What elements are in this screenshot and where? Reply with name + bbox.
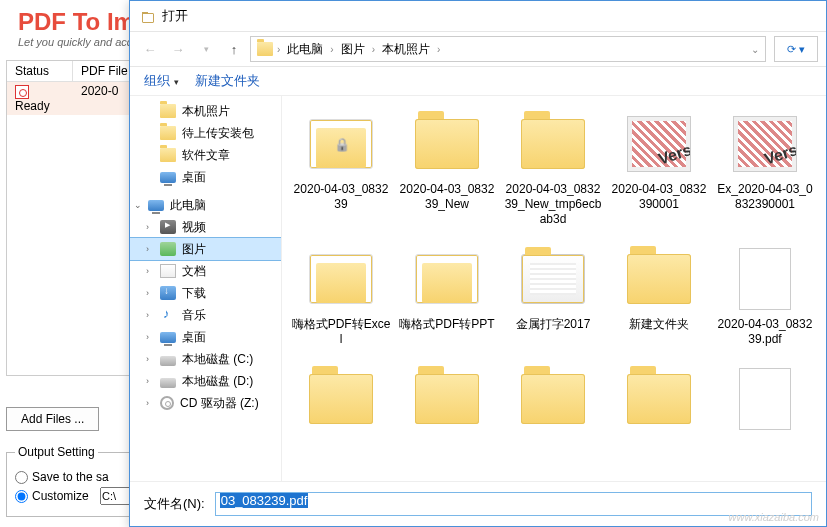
output-path[interactable]: [100, 487, 130, 505]
chevron-right-icon[interactable]: ›: [146, 288, 149, 298]
tree-item[interactable]: ›本地磁盘 (D:): [130, 370, 281, 392]
file-thumbnail: [305, 112, 377, 176]
dialog-command-bar: 组织 新建文件夹: [130, 67, 826, 96]
file-name: 2020-04-03_083239_New: [397, 182, 497, 212]
monitor-icon: [160, 172, 176, 183]
file-item[interactable]: [288, 367, 394, 437]
filename-input[interactable]: 03_083239.pdf: [215, 492, 812, 516]
tree-item[interactable]: ›桌面: [130, 326, 281, 348]
chevron-right-icon[interactable]: ›: [146, 244, 149, 254]
file-thumbnail: [305, 367, 377, 431]
chevron-down-icon[interactable]: ⌄: [751, 44, 759, 55]
organize-menu[interactable]: 组织: [144, 72, 179, 90]
file-thumbnail: Versi: [729, 112, 801, 176]
chevron-down-icon[interactable]: ⌄: [134, 200, 142, 210]
tree-item[interactable]: ›CD 驱动器 (Z:): [130, 392, 281, 414]
chevron-right-icon: ›: [330, 44, 333, 55]
file-thumbnail: [411, 367, 483, 431]
folder-icon: [160, 148, 176, 162]
file-item[interactable]: 2020-04-03_083239_New: [394, 112, 500, 227]
chevron-right-icon[interactable]: ›: [146, 332, 149, 342]
file-name: 新建文件夹: [629, 317, 689, 332]
file-item[interactable]: [500, 367, 606, 437]
file-thumbnail: [729, 247, 801, 311]
refresh-button[interactable]: ⟳ ▾: [774, 36, 818, 62]
down-icon: [160, 286, 176, 300]
file-thumbnail: [623, 247, 695, 311]
tree-item[interactable]: 待上传安装包: [130, 122, 281, 144]
file-item[interactable]: 2020-04-03_083239_New_tmp6ecbab3d: [500, 112, 606, 227]
file-thumbnail: [517, 247, 589, 311]
file-item[interactable]: 嗨格式PDF转Excel: [288, 247, 394, 347]
chevron-right-icon[interactable]: ›: [146, 354, 149, 364]
file-name: 2020-04-03_083239.pdf: [715, 317, 815, 347]
file-item[interactable]: 2020-04-03_083239: [288, 112, 394, 227]
chevron-right-icon: ›: [437, 44, 440, 55]
file-item[interactable]: 嗨格式PDF转PPT: [394, 247, 500, 347]
dialog-nav-toolbar: ← → ▾ ↑ › 此电脑 › 图片 › 本机照片 › ⌄ ⟳ ▾: [130, 31, 826, 67]
file-thumbnail: [729, 367, 801, 431]
pic-icon: [160, 242, 176, 256]
dialog-title: 打开: [162, 7, 188, 25]
nav-dropdown-icon[interactable]: ▾: [194, 37, 218, 61]
chevron-right-icon[interactable]: ›: [146, 266, 149, 276]
breadcrumb-seg[interactable]: 本机照片: [379, 40, 433, 59]
tree-item[interactable]: ›文档: [130, 260, 281, 282]
add-files-button[interactable]: Add Files ...: [6, 407, 99, 431]
watermark: www.xiazaiba.com: [729, 511, 819, 523]
file-item[interactable]: VersiEx_2020-04-03_0832390001: [712, 112, 818, 227]
tree-item[interactable]: ›视频: [130, 216, 281, 238]
tree-item[interactable]: ›本地磁盘 (C:): [130, 348, 281, 370]
file-item[interactable]: 新建文件夹: [606, 247, 712, 347]
doc-icon: [160, 264, 176, 278]
file-item[interactable]: Versi2020-04-03_0832390001: [606, 112, 712, 227]
file-thumbnail: [305, 247, 377, 311]
nav-forward-button[interactable]: →: [166, 37, 190, 61]
folder-icon: [160, 104, 176, 118]
nav-back-button[interactable]: ←: [138, 37, 162, 61]
filename-label: 文件名(N):: [144, 495, 205, 513]
dialog-titlebar[interactable]: 打开: [130, 1, 826, 31]
tree-item[interactable]: 本机照片: [130, 100, 281, 122]
cd-icon: [160, 396, 174, 410]
music-icon: [160, 308, 176, 322]
chevron-right-icon[interactable]: ›: [146, 222, 149, 232]
tree-item[interactable]: 软件文章: [130, 144, 281, 166]
video-icon: [160, 220, 176, 234]
dialog-footer: 文件名(N): 03_083239.pdf: [130, 481, 826, 526]
file-thumbnail: Versi: [623, 112, 695, 176]
file-name: 嗨格式PDF转Excel: [291, 317, 391, 347]
tree-item[interactable]: ›下载: [130, 282, 281, 304]
file-list[interactable]: 2020-04-03_0832392020-04-03_083239_New20…: [282, 96, 826, 481]
file-thumbnail: [517, 112, 589, 176]
folder-open-icon: [140, 8, 156, 24]
file-item[interactable]: 金属打字2017: [500, 247, 606, 347]
drive-icon: [160, 378, 176, 388]
tree-item[interactable]: ›图片: [130, 238, 281, 260]
tree-item[interactable]: ›音乐: [130, 304, 281, 326]
file-item[interactable]: 2020-04-03_083239.pdf: [712, 247, 818, 347]
nav-tree[interactable]: 本机照片待上传安装包软件文章桌面⌄此电脑›视频›图片›文档›下载›音乐›桌面›本…: [130, 96, 282, 481]
chevron-right-icon[interactable]: ›: [146, 376, 149, 386]
chevron-right-icon[interactable]: ›: [146, 310, 149, 320]
file-item[interactable]: [394, 367, 500, 437]
nav-up-button[interactable]: ↑: [222, 37, 246, 61]
breadcrumb-seg[interactable]: 图片: [338, 40, 368, 59]
tree-item-pc[interactable]: ⌄此电脑: [130, 194, 281, 216]
pdf-icon: [15, 85, 29, 99]
file-thumbnail: [411, 112, 483, 176]
file-item[interactable]: [712, 367, 818, 437]
address-bar[interactable]: › 此电脑 › 图片 › 本机照片 › ⌄: [250, 36, 766, 62]
col-file: PDF File: [73, 61, 137, 81]
drive-icon: [160, 356, 176, 366]
file-name: 2020-04-03_083239_New_tmp6ecbab3d: [503, 182, 603, 227]
new-folder-button[interactable]: 新建文件夹: [195, 72, 260, 90]
file-name: 2020-04-03_0832390001: [609, 182, 709, 212]
open-dialog: 打开 ← → ▾ ↑ › 此电脑 › 图片 › 本机照片 › ⌄ ⟳ ▾ 组织 …: [129, 0, 827, 527]
chevron-right-icon[interactable]: ›: [146, 398, 149, 408]
tree-item[interactable]: 桌面: [130, 166, 281, 188]
file-name: 2020-04-03_083239: [291, 182, 391, 212]
breadcrumb-seg[interactable]: 此电脑: [284, 40, 326, 59]
file-name: 金属打字2017: [516, 317, 591, 332]
file-item[interactable]: [606, 367, 712, 437]
